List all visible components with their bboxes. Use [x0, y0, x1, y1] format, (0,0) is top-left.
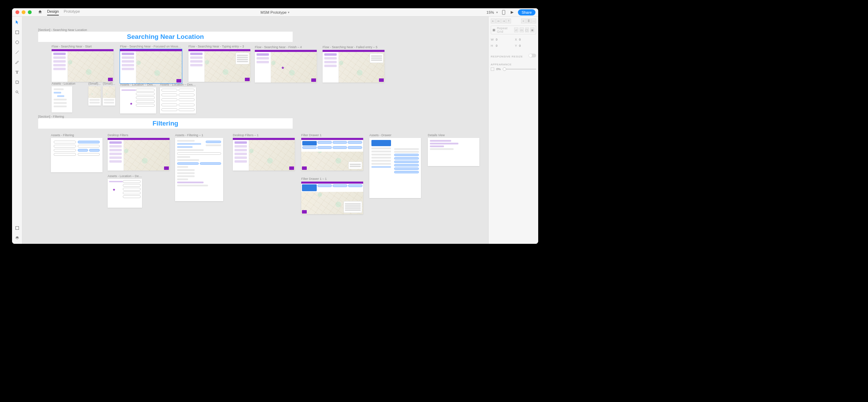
artboard-block[interactable]: Assets - Location – Desktop – 1 ★: [108, 174, 142, 208]
height-input[interactable]: [496, 43, 507, 48]
artboard-block[interactable]: (Small)...: [103, 82, 116, 106]
home-icon[interactable]: [38, 10, 42, 15]
section-label: [Section] - Searching Near Location: [38, 28, 87, 32]
artboard-label: Filter Drawer 1: [301, 133, 363, 137]
artboard-label: Details View: [428, 133, 479, 137]
artboard[interactable]: [160, 87, 196, 113]
artboard-block[interactable]: Assets - Filtering – 1: [175, 133, 223, 201]
share-button[interactable]: Share: [518, 9, 535, 15]
artboard[interactable]: [301, 182, 363, 214]
line-tool-icon[interactable]: [14, 49, 20, 55]
artboard[interactable]: [52, 49, 113, 82]
assets-panel-icon[interactable]: [14, 225, 20, 231]
select-tool-icon[interactable]: [14, 19, 20, 25]
distribute-h-icon[interactable]: ≡: [521, 19, 526, 23]
opacity-value: 0%: [496, 67, 501, 71]
chevron-down-icon: ▾: [496, 11, 498, 14]
svg-point-4: [16, 91, 18, 93]
visibility-icon[interactable]: [491, 67, 494, 71]
artboard-block[interactable]: Assets - Location: [52, 82, 72, 112]
y-input[interactable]: [519, 43, 530, 48]
artboard-block[interactable]: Desktop Filters – 1: [233, 133, 295, 171]
tab-design[interactable]: Design: [47, 9, 59, 15]
ellipse-tool-icon[interactable]: [14, 39, 20, 45]
document-title[interactable]: MSM Prototype ▾: [261, 10, 290, 14]
artboard-block[interactable]: Assets - Filtering: [51, 133, 102, 172]
artboard[interactable]: ★: [120, 87, 156, 113]
artboard-tool-icon[interactable]: [14, 79, 20, 85]
artboard-block[interactable]: Filter Drawer 1: [301, 133, 363, 171]
artboard-block[interactable]: Flow - Searching Near - Typing entry – 3: [188, 45, 250, 82]
tab-prototype[interactable]: Prototype: [64, 9, 80, 15]
repeat-grid-button[interactable]: ▦ Repeat Grid ▱ ▭ ▢ ▣: [491, 25, 536, 34]
canvas[interactable]: [Section] - Searching Near Location Sear…: [22, 17, 488, 244]
artboard-label: Assets - Filtering: [51, 133, 102, 137]
distribute-v-icon[interactable]: ≣: [526, 19, 531, 23]
opacity-row: 0%: [491, 67, 536, 71]
opacity-slider[interactable]: [503, 69, 536, 69]
window-maximize-button[interactable]: [28, 10, 32, 14]
pen-tool-icon[interactable]: [14, 59, 20, 65]
artboard-block[interactable]: Flow - Searching Near - Failed entry – 5: [323, 45, 384, 83]
artboard[interactable]: [369, 138, 421, 198]
align-top-icon[interactable]: ⤒: [506, 19, 511, 23]
artboard-block[interactable]: Desktop Filters: [108, 133, 170, 171]
artboard[interactable]: [108, 138, 170, 171]
artboard[interactable]: [52, 86, 72, 112]
align-hcenter-icon[interactable]: ⇔: [496, 19, 501, 23]
zoom-tool-icon[interactable]: [14, 89, 20, 95]
title-right: 15% ▾ ▶ Share: [487, 9, 535, 15]
align-right-icon[interactable]: ⇥: [501, 19, 506, 23]
tool-rail: T: [12, 17, 22, 244]
mode-tabs: Design Prototype: [47, 9, 80, 15]
boolean-subtract-icon[interactable]: ▭: [520, 28, 524, 32]
artboard[interactable]: ★: [108, 179, 142, 208]
artboard[interactable]: ★: [255, 50, 317, 83]
align-left-icon[interactable]: ⇤: [491, 19, 496, 23]
artboard[interactable]: [103, 86, 115, 106]
window-minimize-button[interactable]: [22, 10, 25, 14]
artboard[interactable]: [428, 138, 479, 166]
artboard[interactable]: [301, 138, 363, 171]
layers-panel-icon[interactable]: [14, 235, 20, 241]
artboard-label: Desktop Filters – 1: [233, 133, 295, 137]
device-preview-icon[interactable]: [501, 10, 506, 15]
artboard[interactable]: [188, 49, 250, 82]
boolean-exclude-icon[interactable]: ▣: [530, 28, 534, 32]
artboard-block[interactable]: Assets - Location – Desktop – 2: [160, 83, 196, 113]
svg-rect-6: [15, 227, 19, 230]
artboard-block[interactable]: Filter Drawer 1 – 1: [301, 177, 363, 214]
text-tool-icon[interactable]: T: [14, 69, 20, 75]
window-close-button[interactable]: [15, 10, 19, 14]
artboard-block[interactable]: Assets - Location – Desktop ★: [120, 83, 156, 113]
svg-rect-0: [502, 10, 505, 14]
artboard-block[interactable]: (Small)...: [88, 82, 101, 106]
artboard[interactable]: [120, 49, 182, 83]
artboard[interactable]: [233, 138, 295, 171]
x-input[interactable]: [519, 37, 530, 42]
rectangle-tool-icon[interactable]: [14, 29, 20, 35]
h-label: H: [491, 44, 494, 47]
zoom-value: 15%: [487, 10, 494, 14]
artboard-block[interactable]: Flow - Searching Near - Finish – 4 ★: [255, 45, 317, 83]
artboard[interactable]: [175, 138, 223, 201]
artboard[interactable]: [88, 86, 101, 106]
responsive-resize-toggle[interactable]: [529, 54, 536, 57]
artboard-block[interactable]: Flow - Searching Near - Start: [52, 45, 113, 82]
body: T [Section] - Searching Near Location Se…: [12, 17, 538, 244]
boolean-add-icon[interactable]: ▱: [514, 28, 518, 32]
artboard-block[interactable]: Flow - Searching Near - Focused on Mouse…: [120, 45, 182, 83]
artboard[interactable]: [51, 138, 102, 172]
section-title-box[interactable]: Filtering: [38, 118, 293, 129]
section-title: Filtering: [153, 120, 178, 127]
section-label: [Section] - Filtering: [38, 115, 64, 118]
artboard[interactable]: [323, 50, 384, 83]
artboard-block[interactable]: Details View: [428, 133, 479, 166]
zoom-selector[interactable]: 15% ▾: [487, 10, 498, 14]
artboard-block[interactable]: Assets - Drawer: [369, 133, 421, 198]
width-input[interactable]: [496, 37, 507, 42]
boolean-intersect-icon[interactable]: ▢: [525, 28, 529, 32]
play-icon[interactable]: ▶: [510, 10, 514, 15]
more-align-icon[interactable]: ⋯: [531, 19, 536, 23]
section-title-box[interactable]: Searching Near Location: [38, 32, 293, 42]
